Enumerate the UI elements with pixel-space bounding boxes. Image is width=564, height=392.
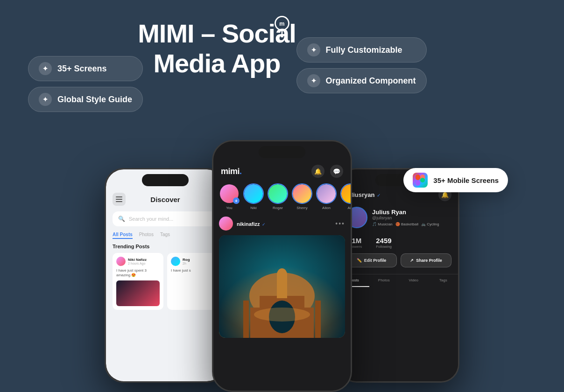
- story-name-you: You: [226, 206, 233, 210]
- story-name-5: Alic: [348, 206, 351, 210]
- post-time-2: 2h: [183, 262, 190, 265]
- feature-style-label: Global Style Guide: [57, 95, 132, 105]
- mobile-screens-badge: 35+ Mobile Screens: [403, 168, 508, 192]
- phone-notch-left: [142, 174, 189, 186]
- post-card-header: nikinafizz ✓ •••: [219, 217, 345, 231]
- trending-post-1: Niki Nafizz 2 hours Ago I have just spen…: [113, 253, 163, 310]
- post-card-name: nikinafizz: [237, 221, 260, 227]
- story-name-4: Alion: [322, 206, 331, 210]
- profile-tag-musician: 🎵 Musician: [372, 222, 393, 226]
- story-ring-4: [316, 183, 337, 204]
- feed-screen: mimi. 🔔 💬 + You: [213, 141, 351, 391]
- following-label: Following: [376, 245, 392, 249]
- post-author-name-2: Rog: [183, 258, 190, 262]
- title-line1: MIMI – Social: [138, 19, 296, 49]
- post-card-menu-dots[interactable]: •••: [335, 220, 345, 227]
- profile-full-name: Julius Ryan: [372, 209, 451, 216]
- story-avatar-3: [292, 183, 312, 204]
- post-author-info-1: Niki Nafizz 2 hours Ago: [128, 258, 147, 265]
- profile-tag-basketball: 🏀 Basketball: [395, 222, 418, 226]
- svg-point-20: [254, 308, 310, 322]
- profile-stats: 2.1M Followers 2459 Following: [339, 233, 458, 253]
- trending-posts: Niki Nafizz 2 hours Ago I have just spen…: [106, 253, 225, 310]
- feature-component: ✦ Organized Component: [296, 68, 427, 93]
- tab-all-posts[interactable]: All Posts: [113, 232, 133, 239]
- features-left: ✦ 35+ Screens ✦ Global Style Guide: [28, 56, 143, 112]
- post-avatar-img-2: [171, 257, 180, 266]
- post-author-name-1: Niki Nafizz: [128, 258, 147, 262]
- profile-tags: 🎵 Musician 🏀 Basketball 🚲 Cycling: [372, 222, 451, 226]
- menu-line-3: [116, 201, 122, 202]
- svg-rect-16: [243, 301, 249, 338]
- share-profile-label: Share Profile: [416, 258, 442, 263]
- post-card-image: [219, 235, 345, 338]
- feature-customizable: ✦ Fully Customizable: [296, 37, 427, 63]
- phone-discover: Discover 🔍 Search your mind... All Posts…: [105, 168, 226, 383]
- message-icon[interactable]: 💬: [330, 165, 343, 178]
- tab-photos[interactable]: Photos: [139, 232, 154, 239]
- story-name-2: Rogar: [273, 206, 283, 210]
- post-image-1: [116, 280, 160, 306]
- post-text-1: I have just spent 3 amazing 😍: [116, 268, 160, 278]
- post-card-author: nikinafizz ✓: [219, 217, 266, 231]
- feed-header-icons: 🔔 💬: [311, 165, 343, 178]
- post-card-avatar: [219, 217, 233, 231]
- post-time-1: 2 hours Ago: [128, 262, 147, 265]
- search-placeholder: Search your mind...: [129, 216, 173, 222]
- profile-actions: ✏️ Edit Profile ↗ Share Profile: [339, 253, 458, 272]
- menu-line-2: [116, 199, 122, 200]
- mimi-text-logo: mimi.: [221, 167, 242, 176]
- edit-profile-label: Edit Profile: [364, 258, 387, 263]
- profile-screen: juliusryan ✓ 🔔 Julius Ryan @julisryan 🎵 …: [339, 169, 458, 381]
- menu-line-1: [116, 196, 122, 197]
- phone-profile: juliusryan ✓ 🔔 Julius Ryan @julisryan 🎵 …: [338, 168, 459, 383]
- profile-tab-video[interactable]: Video: [399, 274, 429, 287]
- profile-info: Julius Ryan @julisryan 🎵 Musician 🏀 Bask…: [339, 207, 458, 233]
- tab-tags[interactable]: Tags: [160, 232, 170, 239]
- title-line2: Media App: [138, 49, 296, 78]
- story-2[interactable]: Rogar: [268, 183, 288, 210]
- profile-tab-tags[interactable]: Tags: [429, 274, 458, 287]
- trending-post-2: Rog 2h I have just s: [167, 253, 218, 310]
- phone-notch-center: [259, 146, 305, 158]
- sparkle-icon-1: ✦: [39, 62, 52, 75]
- sparkle-icon-3: ✦: [307, 43, 320, 56]
- story-you[interactable]: + You: [219, 183, 240, 210]
- mimi-dot: .: [240, 167, 242, 176]
- story-ring-5: [340, 183, 351, 204]
- story-5[interactable]: Alic: [340, 183, 351, 210]
- figma-icon: [413, 173, 428, 188]
- trending-label: Trending Posts: [106, 244, 225, 253]
- phone-profile-screen: juliusryan ✓ 🔔 Julius Ryan @julisryan 🎵 …: [339, 169, 458, 381]
- edit-profile-button[interactable]: ✏️ Edit Profile: [346, 253, 397, 267]
- story-3[interactable]: Sherry: [292, 183, 312, 210]
- mobile-badge-text: 35+ Mobile Screens: [433, 176, 499, 184]
- feature-component-label: Organized Component: [326, 76, 416, 86]
- post-author-1: Niki Nafizz 2 hours Ago: [116, 257, 160, 266]
- profile-tab-photos[interactable]: Photos: [369, 274, 399, 287]
- svg-rect-17: [315, 301, 321, 338]
- discover-screen: Discover 🔍 Search your mind... All Posts…: [106, 169, 225, 381]
- phone-feed: mimi. 🔔 💬 + You: [212, 140, 352, 392]
- discover-title: Discover: [150, 196, 180, 203]
- story-4[interactable]: Alion: [316, 183, 337, 210]
- profile-verified-badge-top: ✓: [377, 193, 381, 198]
- discover-search[interactable]: 🔍 Search your mind...: [113, 211, 218, 226]
- edit-icon: ✏️: [357, 258, 362, 263]
- following-count: 2459: [376, 237, 392, 245]
- discover-tabs: All Posts Photos Tags: [106, 232, 225, 244]
- share-icon: ↗: [410, 258, 414, 263]
- search-icon: 🔍: [118, 216, 125, 222]
- story-1[interactable]: Niki: [243, 183, 264, 210]
- menu-icon[interactable]: [113, 193, 126, 206]
- phone-feed-screen: mimi. 🔔 💬 + You: [213, 141, 351, 391]
- profile-nav-tabs: Posts Photos Video Tags: [339, 274, 458, 287]
- notification-icon[interactable]: 🔔: [311, 165, 324, 178]
- share-profile-button[interactable]: ↗ Share Profile: [401, 253, 451, 267]
- profile-tag-cycling: 🚲 Cycling: [421, 222, 439, 226]
- feature-customizable-label: Fully Customizable: [326, 45, 402, 55]
- story-avatar-2: [268, 183, 288, 204]
- header: m ✦ 35+ Screens ✦ Global Style Guide MIM…: [0, 0, 564, 93]
- building-svg: [219, 235, 345, 338]
- phone-discover-screen: Discover 🔍 Search your mind... All Posts…: [106, 169, 225, 381]
